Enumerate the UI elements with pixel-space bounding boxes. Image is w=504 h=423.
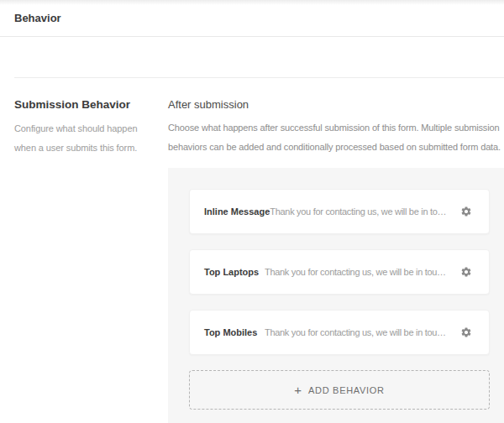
section-heading: Submission Behavior <box>14 98 168 112</box>
behavior-card-top-laptops[interactable]: Top Laptops Thank you for contacting us,… <box>189 249 490 295</box>
behavior-label: Top Mobiles <box>204 327 265 337</box>
after-submission-heading: After submission <box>168 98 504 112</box>
behaviors-panel: Inline Message Thank you for contacting … <box>168 168 504 423</box>
behavior-settings-button[interactable] <box>459 325 474 340</box>
behavior-message: Thank you for contacting us, we will be … <box>265 327 459 337</box>
behavior-settings-button[interactable] <box>459 264 474 279</box>
gear-icon <box>460 206 472 217</box>
behavior-card-inline-message[interactable]: Inline Message Thank you for contacting … <box>189 189 490 234</box>
gear-icon <box>460 326 472 338</box>
submission-behavior-section: Submission Behavior Configure what shoul… <box>0 78 504 423</box>
behavior-settings-button[interactable] <box>459 204 474 219</box>
behavior-label: Inline Message <box>204 206 270 217</box>
behavior-label: Top Laptops <box>204 267 265 277</box>
add-behavior-button[interactable]: + ADD BEHAVIOR <box>189 370 490 410</box>
after-submission-column: After submission Choose what happens aft… <box>168 98 504 423</box>
page-header: Behavior <box>0 0 504 37</box>
behavior-message: Thank you for contacting us, we will be … <box>265 267 459 277</box>
after-submission-description: Choose what happens after successful sub… <box>168 118 504 157</box>
plus-icon: + <box>294 384 302 396</box>
after-submission-description-line2: behaviors can be added and conditionally… <box>168 138 504 157</box>
section-info-column: Submission Behavior Configure what shoul… <box>14 98 168 423</box>
add-behavior-label: ADD BEHAVIOR <box>308 385 385 395</box>
gear-icon <box>460 266 472 278</box>
behavior-card-top-mobiles[interactable]: Top Mobiles Thank you for contacting us,… <box>189 310 490 355</box>
behavior-message: Thank you for contacting us, we will be … <box>270 206 459 217</box>
page-title: Behavior <box>14 12 61 24</box>
section-description: Configure what should happen when a user… <box>14 119 159 158</box>
after-submission-description-line1: Choose what happens after successful sub… <box>168 118 504 138</box>
